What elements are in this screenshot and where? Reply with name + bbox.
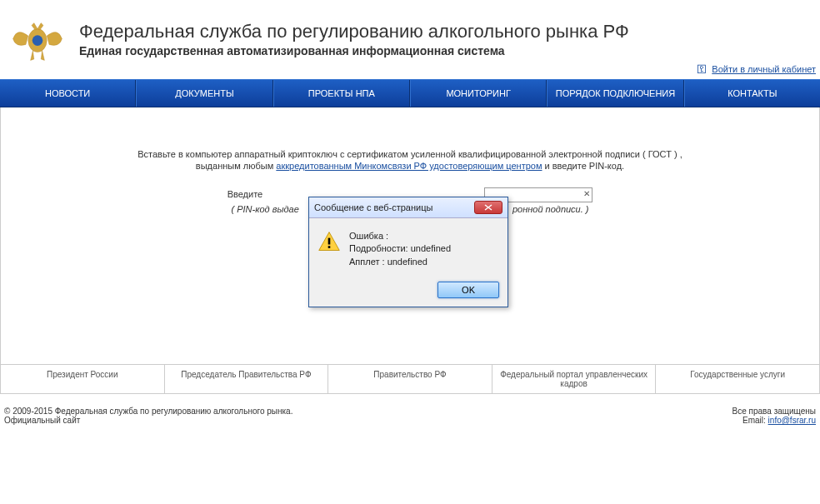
footer-portal[interactable]: Федеральный портал управленческих кадров xyxy=(492,365,657,393)
close-icon xyxy=(484,204,492,211)
nav-contacts[interactable]: КОНТАКТЫ xyxy=(684,80,820,107)
nav-monitoring[interactable]: МОНИТОРИНГ xyxy=(410,80,547,107)
warning-icon xyxy=(318,230,341,253)
main-nav: НОВОСТИ ДОКУМЕНТЫ ПРОЕКТЫ НПА МОНИТОРИНГ… xyxy=(0,79,820,107)
nav-documents[interactable]: ДОКУМЕНТЫ xyxy=(136,80,272,107)
bottom-bar: © 2009-2015 Федеральная служба по регули… xyxy=(0,402,820,433)
site-title: Федеральная служба по регулированию алко… xyxy=(79,21,629,42)
eagle-emblem-icon xyxy=(8,12,67,71)
error-line-1: Ошибка : xyxy=(349,230,451,242)
header-titles: Федеральная служба по регулированию алко… xyxy=(79,12,629,57)
error-line-2: Подробности: undefined xyxy=(349,242,451,255)
footer-pm[interactable]: Председатель Правительства РФ xyxy=(165,365,329,393)
instruction-post: и введите PIN-код. xyxy=(542,161,624,171)
footer-links: Президент России Председатель Правительс… xyxy=(0,364,820,394)
nav-connection[interactable]: ПОРЯДОК ПОДКЛЮЧЕНИЯ xyxy=(547,80,683,107)
footer-services[interactable]: Государственные услуги xyxy=(656,365,819,393)
header: Федеральная служба по регулированию алко… xyxy=(0,0,820,79)
bottom-right: Все права защищены Email: info@fsrar.ru xyxy=(732,407,816,425)
email-row: Email: info@fsrar.ru xyxy=(732,416,816,425)
rights: Все права защищены xyxy=(732,407,816,416)
footer-gov[interactable]: Правительство РФ xyxy=(328,365,492,393)
ok-button[interactable]: OK xyxy=(438,282,499,298)
pin-note-left: ( PIN-код выдае xyxy=(231,204,298,214)
accredited-center-link[interactable]: аккредитованным Минкомсвязи РФ удостовер… xyxy=(276,161,542,171)
nav-news[interactable]: НОВОСТИ xyxy=(0,80,136,107)
login-link[interactable]: Войти в личный кабинет xyxy=(712,64,816,74)
svg-rect-3 xyxy=(328,246,331,248)
error-line-3: Апплет : undefined xyxy=(349,256,451,268)
dialog-text: Ошибка : Подробности: undefined Апплет :… xyxy=(349,230,451,268)
copyright-line-1: © 2009-2015 Федеральная служба по регули… xyxy=(4,407,292,416)
email-link[interactable]: info@fsrar.ru xyxy=(768,416,816,425)
instruction-line-1: Вставьте в компьютер аппаратный криптокл… xyxy=(18,149,802,159)
nav-projects[interactable]: ПРОЕКТЫ НПА xyxy=(273,80,410,107)
pin-note-right: ронной подписи. ) xyxy=(512,204,589,214)
login-link-wrapper: ⚿ Войти в личный кабинет xyxy=(697,63,816,75)
svg-point-1 xyxy=(32,35,43,46)
dialog-titlebar: Сообщение с веб-страницы xyxy=(309,197,508,218)
svg-rect-2 xyxy=(328,238,331,245)
email-label: Email: xyxy=(742,416,768,425)
copyright-line-2: Официальный сайт xyxy=(4,416,292,425)
instruction-pre: выданным любым xyxy=(196,161,276,171)
key-icon: ⚿ xyxy=(697,63,707,75)
footer-president[interactable]: Президент России xyxy=(1,365,165,393)
instruction-line-2: выданным любым аккредитованным Минкомсвя… xyxy=(18,161,802,171)
site-subtitle: Единая государственная автоматизированна… xyxy=(79,44,629,57)
clear-icon[interactable]: ✕ xyxy=(583,189,590,198)
close-button[interactable] xyxy=(474,201,502,214)
dialog-body: Ошибка : Подробности: undefined Апплет :… xyxy=(309,218,508,277)
dialog-footer: OK xyxy=(309,277,508,307)
dialog-title: Сообщение с веб-страницы xyxy=(314,202,432,212)
pin-label: Введите xyxy=(228,189,263,199)
copyright: © 2009-2015 Федеральная служба по регули… xyxy=(4,407,292,425)
alert-dialog: Сообщение с веб-страницы Ошибка : Подроб… xyxy=(308,197,508,307)
